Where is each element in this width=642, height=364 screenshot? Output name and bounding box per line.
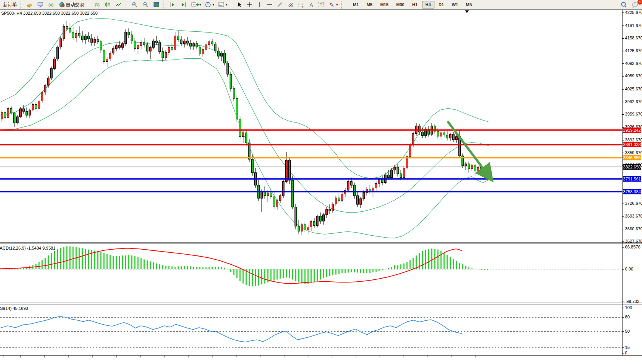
candle-body [375, 184, 377, 188]
timeframe-button-m5[interactable]: M5 [363, 1, 376, 9]
candle-body [474, 165, 476, 171]
candle-body [440, 133, 442, 136]
candle-body [239, 119, 241, 137]
candle-body [394, 167, 396, 170]
candle-body [252, 159, 254, 173]
new-chart-button[interactable]: ▾ [189, 1, 203, 9]
macd-pane[interactable] [0, 246, 622, 286]
market-watch-button[interactable] [25, 1, 35, 9]
candle-body [289, 160, 291, 180]
candle-body [131, 35, 133, 41]
chevron-down-icon: ▾ [226, 3, 227, 7]
vertical-line-icon [257, 2, 262, 8]
auto-trading-label: 自动交易 [66, 2, 84, 8]
rsi-pane[interactable] [0, 316, 622, 348]
candle-body [128, 32, 130, 35]
candle-body [338, 198, 340, 201]
svg-text:E: E [291, 5, 293, 8]
candle-body [443, 133, 445, 135]
candle-body [400, 174, 402, 178]
terminal-button[interactable] [36, 1, 46, 9]
chevron-down-icon: ▾ [336, 3, 338, 7]
cursor-tool-button[interactable] [235, 1, 244, 9]
signals-button[interactable] [46, 1, 56, 9]
candle-body [403, 168, 405, 178]
candle-body [94, 39, 96, 43]
timeframe-button-m1[interactable]: M1 [349, 1, 362, 9]
indicators-button[interactable]: ▾ [216, 1, 229, 9]
candle-body [60, 39, 62, 47]
timeframe-button-h1[interactable]: H1 [409, 1, 421, 9]
main-chart-pane[interactable] [0, 18, 622, 238]
candle-body [17, 117, 19, 123]
chart-shift-marker[interactable] [465, 10, 469, 13]
crosshair-tool-button[interactable] [245, 1, 254, 9]
candle-body [69, 28, 71, 32]
svg-text:F: F [302, 5, 304, 8]
timeframe-button-h4[interactable]: H4 [422, 1, 434, 9]
candle-body [20, 109, 22, 117]
candle-body [329, 209, 331, 211]
candle-body [230, 74, 232, 88]
candle-body [116, 46, 118, 49]
candle-body [7, 108, 9, 117]
tile-windows-icon [153, 2, 160, 8]
candle-body [205, 45, 207, 49]
candle-body [88, 36, 90, 39]
candle-body [112, 49, 114, 53]
notification-badge: 1 [637, 0, 642, 5]
text-tool-button[interactable]: A [307, 1, 315, 9]
zoom-in-button[interactable] [130, 1, 140, 9]
candle-body [477, 167, 479, 171]
candle-body [409, 145, 411, 156]
candlestick-mode-button[interactable] [103, 1, 113, 9]
candle-body [140, 43, 142, 46]
candle-body [279, 196, 281, 201]
chevron-down-icon: ▾ [213, 3, 214, 7]
candle-body [193, 44, 195, 46]
fibonacci-tool-button[interactable]: F [296, 1, 306, 9]
rsi-line [0, 316, 462, 342]
candle-body [412, 134, 414, 145]
candle-body [298, 226, 300, 231]
search-icon [620, 2, 627, 8]
auto-trading-button[interactable]: 自动交易 [57, 1, 86, 9]
trendline-tool-button[interactable] [275, 1, 284, 9]
tile-windows-button[interactable] [152, 1, 162, 9]
timeframe-button-m30[interactable]: M30 [393, 1, 408, 9]
candle-body [165, 53, 167, 58]
horizontal-line-tool-button[interactable] [264, 1, 274, 9]
period-button[interactable]: ▾ [203, 1, 216, 9]
cursor-icon [237, 2, 243, 8]
candle-body [323, 215, 325, 221]
candle-body [264, 192, 266, 196]
candle-body [419, 126, 421, 132]
indicators-icon [218, 2, 225, 8]
auto-scroll-button[interactable] [179, 1, 189, 9]
channel-tool-button[interactable]: E [285, 1, 295, 9]
toolbar-separator [341, 1, 344, 9]
new-order-button[interactable]: 新订单 [2, 1, 19, 9]
candle-body [91, 39, 93, 43]
chart-shift-button[interactable] [168, 1, 178, 9]
chart-canvas[interactable] [0, 0, 642, 364]
candle-body [44, 85, 46, 92]
candle-body [196, 44, 198, 47]
timeframe-button-m15[interactable]: M15 [377, 1, 392, 9]
bar-chart-mode-button[interactable] [92, 1, 102, 9]
chat-button[interactable]: 1 [630, 1, 640, 9]
candle-body [171, 48, 173, 49]
timeframe-button-mn[interactable]: MN [462, 1, 476, 9]
line-chart-mode-button[interactable] [114, 1, 124, 9]
zoom-out-button[interactable] [141, 1, 151, 9]
timeframe-button-w1[interactable]: W1 [448, 1, 462, 9]
candle-body [109, 53, 111, 59]
text-label-tool-button[interactable]: T [316, 1, 326, 9]
arrows-tool-button[interactable]: ▾ [327, 1, 339, 9]
candle-body [218, 51, 220, 56]
timeframe-button-d1[interactable]: D1 [435, 1, 448, 9]
search-button[interactable] [619, 1, 629, 9]
candle-body [32, 104, 34, 110]
vertical-line-tool-button[interactable] [255, 1, 264, 9]
candle-body [437, 131, 439, 136]
